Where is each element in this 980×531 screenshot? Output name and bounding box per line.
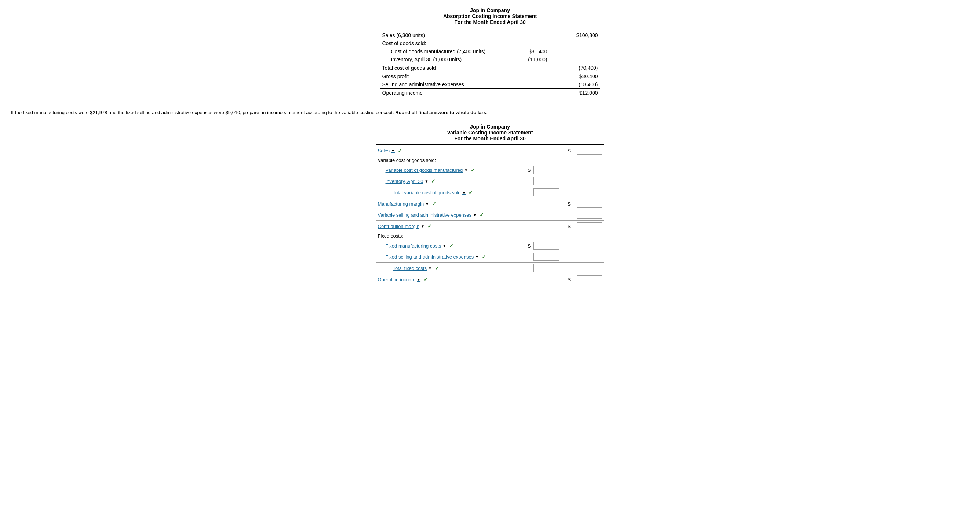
abs-selling-label: Selling and administrative expenses xyxy=(380,80,501,89)
sales-arrow-icon: ▼ xyxy=(391,149,395,153)
var-cogm-link-text: Variable cost of goods manufactured xyxy=(386,167,463,173)
abs-inventory-value: (11,000) xyxy=(501,56,550,64)
contribution-margin-label-cell: Contribution margin ▼ ✓ xyxy=(377,221,494,232)
var-cogm-dollar: $ xyxy=(494,164,532,175)
contribution-margin-input[interactable] xyxy=(577,222,603,230)
abs-gross-profit-value: $30,400 xyxy=(550,72,600,81)
total-var-cost-link-text: Total variable cost of goods sold xyxy=(393,190,461,195)
contribution-margin-arrow-icon: ▼ xyxy=(421,224,425,228)
var-selling-label-cell: Variable selling and administrative expe… xyxy=(377,209,494,221)
var-cogm-arrow-icon: ▼ xyxy=(464,168,468,172)
var-cogm-input[interactable] xyxy=(533,166,559,174)
var-selling-dropdown[interactable]: Variable selling and administrative expe… xyxy=(378,212,477,218)
inventory-check-icon: ✓ xyxy=(431,178,436,184)
var-selling-input[interactable] xyxy=(577,211,603,219)
operating-income-label-cell: Operating income ▼ ✓ xyxy=(377,274,494,286)
variable-section: Joplin Company Variable Costing Income S… xyxy=(377,124,604,286)
abs-sales-col2 xyxy=(501,31,550,39)
abs-total-cogs-label: Total cost of goods sold xyxy=(380,64,501,72)
operating-income-dropdown[interactable]: Operating income ▼ xyxy=(378,277,421,282)
total-fixed-costs-input[interactable] xyxy=(533,264,559,272)
abs-operating-value: $12,000 xyxy=(550,89,600,98)
fixed-costs-header-label: Fixed costs: xyxy=(377,232,494,240)
abs-inventory-label: Inventory, April 30 (1,000 units) xyxy=(380,56,501,64)
instruction-text: If the fixed manufacturing costs were $2… xyxy=(11,109,969,116)
fixed-mfg-link-text: Fixed manufacturing costs xyxy=(386,243,441,249)
fixed-mfg-label-cell: Fixed manufacturing costs ▼ ✓ xyxy=(377,240,494,251)
operating-income-row: Operating income ▼ ✓ $ xyxy=(377,274,604,286)
fixed-mfg-check-icon: ✓ xyxy=(449,243,453,249)
abs-selling-value: (18,400) xyxy=(550,80,600,89)
mfg-margin-input[interactable] xyxy=(577,200,603,208)
mfg-margin-check-icon: ✓ xyxy=(432,201,436,207)
contribution-margin-link-text: Contribution margin xyxy=(378,224,419,229)
operating-income-arrow-icon: ▼ xyxy=(417,277,420,282)
inventory-arrow-icon: ▼ xyxy=(425,179,428,183)
fixed-selling-label-cell: Fixed selling and administrative expense… xyxy=(377,251,494,263)
var-cogm-row: Variable cost of goods manufactured ▼ ✓ … xyxy=(377,164,604,175)
variable-cost-header-label: Variable cost of goods sold: xyxy=(377,156,494,164)
total-var-cost-label-cell: Total variable cost of goods sold ▼ ✓ xyxy=(377,187,494,198)
mfg-margin-dropdown[interactable]: Manufacturing margin ▼ xyxy=(378,201,429,207)
fixed-selling-dropdown[interactable]: Fixed selling and administrative expense… xyxy=(386,254,479,260)
sales-dollar-cell: $ xyxy=(561,145,572,156)
fixed-selling-check-icon: ✓ xyxy=(482,254,486,260)
mfg-margin-label-cell: Manufacturing margin ▼ ✓ xyxy=(377,198,494,210)
contribution-margin-dollar: $ xyxy=(561,221,572,232)
mfg-margin-arrow-icon: ▼ xyxy=(425,202,429,206)
inventory-label-cell: Inventory, April 30 ▼ ✓ xyxy=(377,175,494,187)
abs-cogm-label: Cost of goods manufactured (7,400 units) xyxy=(380,47,501,56)
abs-sales-value: $100,800 xyxy=(550,31,600,39)
var-title: Variable Costing Income Statement xyxy=(377,130,604,136)
abs-operating-label: Operating income xyxy=(380,89,501,98)
total-var-cost-dropdown[interactable]: Total variable cost of goods sold ▼ xyxy=(393,190,466,195)
abs-sales-label: Sales (6,300 units) xyxy=(380,31,501,39)
fixed-mfg-dollar: $ xyxy=(494,240,532,251)
sales-link-text: Sales xyxy=(378,148,390,153)
var-company: Joplin Company xyxy=(377,124,604,130)
sales-large-input-cell xyxy=(572,145,604,156)
instruction-main: If the fixed manufacturing costs were $2… xyxy=(11,110,395,115)
var-selling-arrow-icon: ▼ xyxy=(473,213,477,217)
total-fixed-costs-dropdown[interactable]: Total fixed costs ▼ xyxy=(393,266,432,271)
total-var-cost-input[interactable] xyxy=(533,188,559,196)
fixed-selling-arrow-icon: ▼ xyxy=(475,255,479,259)
abs-cogm-value: $81,400 xyxy=(501,47,550,56)
var-selling-check-icon: ✓ xyxy=(480,212,484,218)
total-fixed-costs-label-cell: Total fixed costs ▼ ✓ xyxy=(377,263,494,274)
instruction-bold: Round all final answers to whole dollars… xyxy=(395,110,487,115)
sales-dropdown[interactable]: Sales ▼ xyxy=(378,148,395,153)
var-cogm-dropdown[interactable]: Variable cost of goods manufactured ▼ xyxy=(386,167,468,173)
contribution-margin-dropdown[interactable]: Contribution margin ▼ xyxy=(378,224,425,229)
fixed-mfg-input[interactable] xyxy=(533,242,559,250)
sales-small-input-cell xyxy=(494,145,532,156)
inventory-row: Inventory, April 30 ▼ ✓ xyxy=(377,175,604,187)
inventory-link-text: Inventory, April 30 xyxy=(386,179,423,184)
mfg-margin-row: Manufacturing margin ▼ ✓ $ xyxy=(377,198,604,210)
fixed-mfg-dropdown[interactable]: Fixed manufacturing costs ▼ xyxy=(386,243,447,249)
mfg-margin-dollar: $ xyxy=(561,198,572,210)
sales-input[interactable] xyxy=(577,147,603,155)
total-fixed-costs-arrow-icon: ▼ xyxy=(428,266,432,270)
inventory-dropdown[interactable]: Inventory, April 30 ▼ xyxy=(386,179,428,184)
contribution-margin-row: Contribution margin ▼ ✓ $ xyxy=(377,221,604,232)
absorption-table: Sales (6,300 units) $100,800 Cost of goo… xyxy=(380,29,600,98)
sales-row: Sales ▼ ✓ $ xyxy=(377,145,604,156)
inventory-input[interactable] xyxy=(533,177,559,185)
abs-title: Absorption Costing Income Statement xyxy=(380,13,600,19)
mfg-margin-link-text: Manufacturing margin xyxy=(378,201,424,207)
contribution-margin-check-icon: ✓ xyxy=(428,223,432,229)
fixed-costs-header-row: Fixed costs: xyxy=(377,232,604,240)
abs-cogs-header: Cost of goods sold: xyxy=(380,39,501,47)
total-fixed-costs-row: Total fixed costs ▼ ✓ xyxy=(377,263,604,274)
abs-gross-profit-label: Gross profit xyxy=(380,72,501,81)
variable-cost-header-row: Variable cost of goods sold: xyxy=(377,156,604,164)
fixed-selling-input[interactable] xyxy=(533,253,559,261)
var-cogm-check-icon: ✓ xyxy=(471,167,475,173)
total-var-cost-row: Total variable cost of goods sold ▼ ✓ xyxy=(377,187,604,198)
total-fixed-costs-link-text: Total fixed costs xyxy=(393,266,427,271)
operating-income-input[interactable] xyxy=(577,276,603,284)
fixed-selling-link-text: Fixed selling and administrative expense… xyxy=(386,254,474,260)
variable-table: Sales ▼ ✓ $ Variable cost of goods sold: xyxy=(377,144,604,286)
operating-income-dollar: $ xyxy=(561,274,572,286)
